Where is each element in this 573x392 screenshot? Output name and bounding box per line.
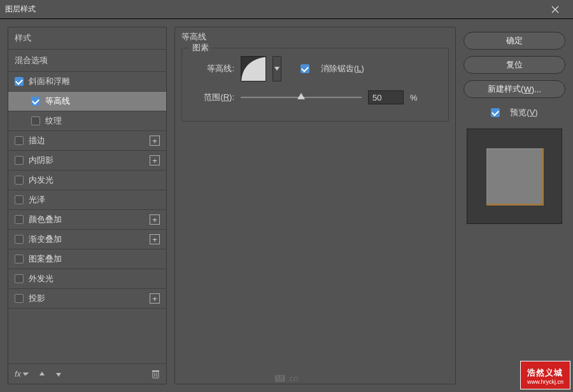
style-label: 图案叠加 xyxy=(29,253,160,265)
new-style-button[interactable]: 新建样式(W)... xyxy=(463,80,565,98)
blend-options-header[interactable]: 混合选项 xyxy=(8,50,166,72)
svg-rect-4 xyxy=(153,372,159,378)
settings-panel: 等高线 图素 等高线: 消除锯齿(L) xyxy=(174,27,456,384)
antialias-label: 消除锯齿(L) xyxy=(321,63,364,74)
style-label: 颜色叠加 xyxy=(29,214,150,225)
style-item[interactable]: 外发光 xyxy=(8,269,166,289)
style-checkbox[interactable] xyxy=(15,274,24,283)
style-item[interactable]: 投影+ xyxy=(8,289,166,309)
add-effect-icon[interactable]: + xyxy=(150,155,160,165)
main-content: 样式 混合选项 斜面和浮雕等高线纹理描边+内阴影+内发光光泽颜色叠加+渐变叠加+… xyxy=(0,19,573,392)
svg-marker-3 xyxy=(56,373,61,377)
svg-marker-8 xyxy=(274,67,279,71)
style-item[interactable]: 光泽 xyxy=(8,190,166,210)
element-fieldset: 图素 等高线: 消除锯齿(L) 范围(R): xyxy=(181,48,449,122)
preview-checkbox[interactable] xyxy=(491,108,500,117)
style-item[interactable]: 渐变叠加+ xyxy=(8,230,166,249)
style-checkbox[interactable] xyxy=(15,156,24,165)
preview-inner xyxy=(486,148,544,206)
styles-footer: fx⏷ xyxy=(8,363,166,384)
contour-curve-icon xyxy=(241,57,266,81)
style-item[interactable]: 内发光 xyxy=(8,171,166,190)
add-effect-icon[interactable]: + xyxy=(150,293,160,304)
range-input[interactable] xyxy=(368,90,404,104)
styles-panel: 样式 混合选项 斜面和浮雕等高线纹理描边+内阴影+内发光光泽颜色叠加+渐变叠加+… xyxy=(8,27,167,384)
style-label: 内阴影 xyxy=(29,155,150,166)
style-label: 光泽 xyxy=(29,194,160,206)
window-title: 图层样式 xyxy=(5,4,36,15)
style-checkbox[interactable] xyxy=(15,235,24,244)
preview-toggle[interactable]: 预览(V) xyxy=(463,107,565,118)
reset-button[interactable]: 复位 xyxy=(463,56,565,74)
style-label: 描边 xyxy=(29,135,150,146)
move-down-icon[interactable] xyxy=(55,370,62,378)
add-effect-icon[interactable]: + xyxy=(150,234,160,244)
style-item[interactable]: 颜色叠加+ xyxy=(8,210,166,230)
range-label: 范围(R): xyxy=(191,92,234,103)
style-label: 斜面和浮雕 xyxy=(29,76,160,87)
chevron-down-icon xyxy=(274,67,279,71)
range-row: 范围(R): % xyxy=(191,90,439,104)
range-slider[interactable] xyxy=(241,97,362,98)
add-effect-icon[interactable]: + xyxy=(150,214,160,225)
contour-row: 等高线: 消除锯齿(L) xyxy=(191,56,439,81)
style-checkbox[interactable] xyxy=(15,215,24,224)
style-checkbox[interactable] xyxy=(15,294,24,303)
close-button[interactable] xyxy=(542,1,568,18)
contour-preview[interactable] xyxy=(241,56,266,81)
contour-label: 等高线: xyxy=(191,63,234,74)
style-item[interactable]: 描边+ xyxy=(8,131,166,151)
ok-button[interactable]: 确定 xyxy=(463,32,565,50)
style-item[interactable]: 内阴影+ xyxy=(8,151,166,171)
footer-logo: UI.cn xyxy=(275,374,298,383)
contour-dropdown[interactable] xyxy=(272,56,281,81)
style-label: 等高线 xyxy=(45,95,160,107)
section-title: 等高线 xyxy=(175,27,455,46)
trash-icon[interactable] xyxy=(152,370,160,379)
fx-menu-icon[interactable]: fx⏷ xyxy=(15,369,29,379)
style-item[interactable]: 图案叠加 xyxy=(8,249,166,269)
style-item[interactable]: 等高线 xyxy=(8,92,166,111)
preview-label: 预览(V) xyxy=(510,107,537,118)
style-checkbox[interactable] xyxy=(15,176,24,185)
watermark: 浩然义城 www.hryckj.cn xyxy=(520,361,570,389)
style-checkbox[interactable] xyxy=(31,97,40,106)
style-checkbox[interactable] xyxy=(15,255,24,263)
style-item[interactable]: 斜面和浮雕 xyxy=(8,72,166,92)
actions-panel: 确定 复位 新建样式(W)... 预览(V) xyxy=(463,27,565,384)
slider-thumb[interactable] xyxy=(297,93,305,99)
style-checkbox[interactable] xyxy=(31,116,40,125)
style-checkbox[interactable] xyxy=(15,136,24,145)
svg-rect-5 xyxy=(152,370,159,372)
style-label: 投影 xyxy=(29,293,150,304)
style-label: 纹理 xyxy=(45,115,160,127)
styles-header[interactable]: 样式 xyxy=(8,27,166,50)
svg-marker-2 xyxy=(39,372,45,375)
titlebar: 图层样式 xyxy=(0,0,573,19)
fieldset-legend: 图素 xyxy=(188,42,213,53)
add-effect-icon[interactable]: + xyxy=(150,136,160,146)
range-unit: % xyxy=(410,93,418,102)
style-label: 外发光 xyxy=(29,273,160,284)
style-item[interactable]: 纹理 xyxy=(8,111,166,131)
style-checkbox[interactable] xyxy=(15,77,24,86)
antialias-checkbox[interactable] xyxy=(301,64,309,73)
style-label: 内发光 xyxy=(29,174,160,186)
style-checkbox[interactable] xyxy=(15,195,24,204)
move-up-icon[interactable] xyxy=(38,370,46,378)
style-label: 渐变叠加 xyxy=(29,234,150,245)
close-icon xyxy=(551,6,559,13)
preview-thumbnail xyxy=(467,129,562,224)
